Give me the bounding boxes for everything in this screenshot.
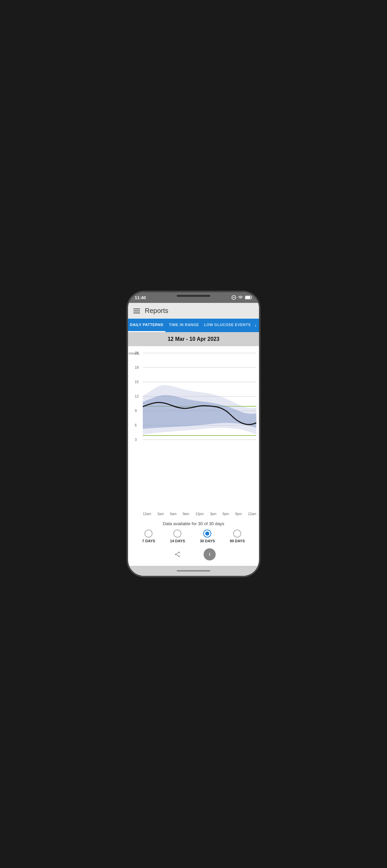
phone-frame: 11:40 <box>128 292 259 576</box>
app-header: Reports <box>128 303 259 319</box>
dnd-icon <box>232 295 236 300</box>
radio-7days[interactable] <box>145 530 152 537</box>
chart-area: mmol/L 21 18 15 12 <box>128 349 259 511</box>
grid-label-21: 21 <box>135 351 139 355</box>
tab-low-glucose[interactable]: LOW GLUCOSE EVENTS <box>203 319 252 332</box>
home-bar <box>177 570 210 571</box>
status-time: 11:40 <box>135 295 146 300</box>
battery-icon <box>245 296 252 300</box>
x-label-0: 12am <box>143 512 151 516</box>
chart-svg <box>143 349 256 453</box>
day-option-14[interactable]: 14 DAYS <box>170 530 185 543</box>
svg-point-6 <box>175 554 176 555</box>
data-available-text: Data available for 30 of 30 days <box>128 519 259 528</box>
tabs-bar: DAILY PATTERNS TIME IN RANGE LOW GLUCOSE… <box>128 319 259 332</box>
day-label-90: 90 DAYS <box>230 539 245 543</box>
tab-more[interactable]: › <box>252 319 259 332</box>
x-label-5: 3pm <box>210 512 216 516</box>
tab-time-in-range[interactable]: TIME IN RANGE <box>165 319 203 332</box>
grid-label-3: 3 <box>135 437 137 441</box>
svg-rect-3 <box>245 296 250 299</box>
tab-daily-patterns[interactable]: DAILY PATTERNS <box>128 319 165 332</box>
svg-point-5 <box>178 552 180 553</box>
grid-label-6: 6 <box>135 423 137 427</box>
radio-14days[interactable] <box>173 530 181 537</box>
header-title: Reports <box>145 307 168 315</box>
grid-label-12: 12 <box>135 394 139 398</box>
date-range-bar: 12 Mar - 10 Apr 2023 <box>128 332 259 346</box>
day-label-7: 7 DAYS <box>142 539 155 543</box>
phone-screen: 11:40 <box>128 292 259 576</box>
x-label-1: 3am <box>157 512 163 516</box>
day-option-90[interactable]: 90 DAYS <box>230 530 245 543</box>
share-icon <box>174 551 181 558</box>
svg-rect-4 <box>251 297 252 299</box>
bottom-toolbar: i <box>128 546 259 566</box>
menu-button[interactable] <box>133 309 140 313</box>
day-option-30[interactable]: 30 DAYS <box>200 530 215 543</box>
grid-label-18: 18 <box>135 365 139 369</box>
x-label-4: 12pm <box>195 512 204 516</box>
x-label-3: 9am <box>183 512 189 516</box>
grid-label-15: 15 <box>135 380 139 384</box>
svg-line-9 <box>176 555 178 556</box>
svg-line-8 <box>176 553 178 554</box>
day-label-30: 30 DAYS <box>200 539 215 543</box>
day-selector: 7 DAYS 14 DAYS 30 DAYS 90 DAYS <box>128 528 259 546</box>
x-label-2: 6am <box>170 512 176 516</box>
x-label-8: 12am <box>248 512 256 516</box>
day-label-14: 14 DAYS <box>170 539 185 543</box>
share-button[interactable] <box>171 548 183 560</box>
day-option-7[interactable]: 7 DAYS <box>142 530 155 543</box>
status-icons <box>232 295 252 300</box>
x-label-7: 9pm <box>235 512 242 516</box>
radio-90days[interactable] <box>233 530 241 537</box>
phone-notch <box>177 295 210 297</box>
grid-label-9: 9 <box>135 409 137 413</box>
svg-text:i: i <box>209 552 210 557</box>
info-button[interactable]: i <box>204 548 216 560</box>
info-icon: i <box>206 551 213 558</box>
status-bar: 11:40 <box>128 292 259 303</box>
x-label-6: 6pm <box>222 512 229 516</box>
x-axis: 12am 3am 6am 9am 12pm 3pm 6pm 9pm 12am <box>128 511 259 517</box>
radio-30days[interactable] <box>203 530 211 537</box>
chart-container: mmol/L 21 18 15 12 <box>128 346 259 519</box>
wifi-icon <box>238 296 243 300</box>
home-bar-area <box>128 566 259 576</box>
svg-point-7 <box>178 556 180 557</box>
date-range-text: 12 Mar - 10 Apr 2023 <box>168 336 219 342</box>
